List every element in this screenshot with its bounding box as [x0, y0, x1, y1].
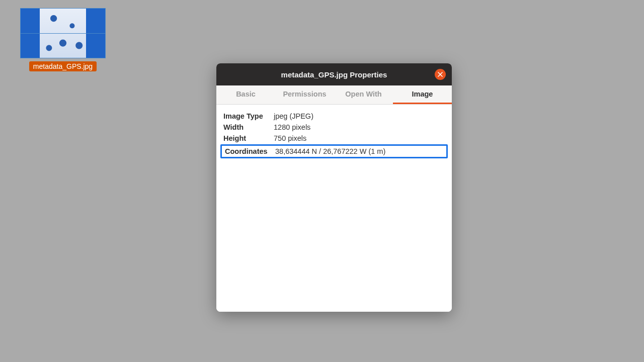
value-width: 1280 pixels [274, 123, 445, 131]
tab-bar: Basic Permissions Open With Image [216, 85, 452, 105]
dialog-body: Image Type jpeg (JPEG) Width 1280 pixels… [216, 105, 452, 312]
close-icon [438, 72, 443, 77]
dialog-titlebar[interactable]: metadata_GPS.jpg Properties [216, 63, 452, 85]
row-height: Height 750 pixels [223, 133, 445, 144]
row-image-type: Image Type jpeg (JPEG) [223, 111, 445, 122]
row-width: Width 1280 pixels [223, 122, 445, 133]
label-width: Width [223, 123, 274, 131]
label-coordinates: Coordinates [225, 147, 275, 155]
label-height: Height [223, 134, 274, 142]
properties-dialog: metadata_GPS.jpg Properties Basic Permis… [216, 63, 452, 312]
value-image-type: jpeg (JPEG) [274, 112, 445, 120]
value-height: 750 pixels [274, 134, 445, 142]
tab-basic[interactable]: Basic [216, 85, 275, 104]
dialog-title: metadata_GPS.jpg Properties [281, 70, 387, 79]
row-coordinates: Coordinates 38,634444 N / 26,767222 W (1… [220, 144, 448, 158]
file-label: metadata_GPS.jpg [29, 61, 97, 71]
tab-open-with[interactable]: Open With [334, 85, 393, 104]
value-coordinates: 38,634444 N / 26,767222 W (1 m) [275, 147, 443, 155]
tab-permissions[interactable]: Permissions [275, 85, 334, 104]
desktop-file-icon[interactable]: metadata_GPS.jpg [20, 8, 106, 71]
close-button[interactable] [435, 69, 446, 80]
tab-image[interactable]: Image [393, 85, 452, 104]
label-image-type: Image Type [223, 112, 274, 120]
file-thumbnail [20, 8, 106, 58]
